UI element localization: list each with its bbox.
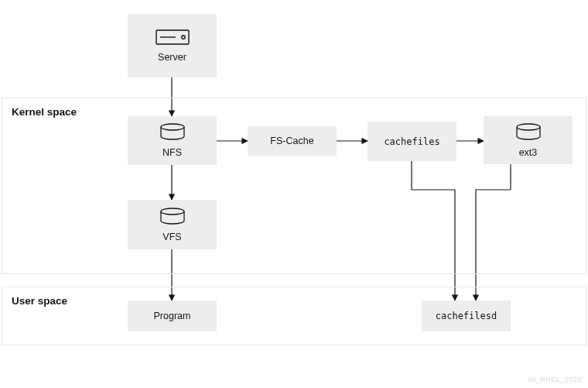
ext3-label: ext3 xyxy=(519,147,538,158)
ext3-node: ext3 xyxy=(484,116,573,164)
nfs-label: NFS xyxy=(162,147,182,158)
vfs-label: VFS xyxy=(162,232,181,242)
fscache-node: FS-Cache xyxy=(248,126,337,156)
server-node: Server xyxy=(128,14,217,77)
cachefilesd-node: cachefilesd xyxy=(422,300,511,331)
server-icon xyxy=(156,29,190,47)
svg-point-10 xyxy=(517,124,540,130)
disk-icon xyxy=(159,208,186,227)
program-node: Program xyxy=(128,300,217,331)
diagram-id: 96_RHEL_0720 xyxy=(528,376,582,383)
cachefiles-label: cachefiles xyxy=(384,136,439,147)
svg-point-8 xyxy=(181,35,184,38)
user-space-label: User space xyxy=(12,295,67,307)
svg-point-9 xyxy=(161,124,184,130)
disk-icon xyxy=(515,123,542,142)
cachefiles-node: cachefiles xyxy=(368,122,456,161)
program-label: Program xyxy=(154,311,191,321)
vfs-node: VFS xyxy=(128,200,217,249)
nfs-node: NFS xyxy=(128,116,217,165)
fscache-label: FS-Cache xyxy=(270,136,313,146)
cachefilesd-label: cachefilesd xyxy=(436,311,497,321)
disk-icon xyxy=(159,123,186,142)
svg-point-11 xyxy=(161,208,184,215)
kernel-space-label: Kernel space xyxy=(12,106,77,118)
server-label: Server xyxy=(158,52,186,63)
